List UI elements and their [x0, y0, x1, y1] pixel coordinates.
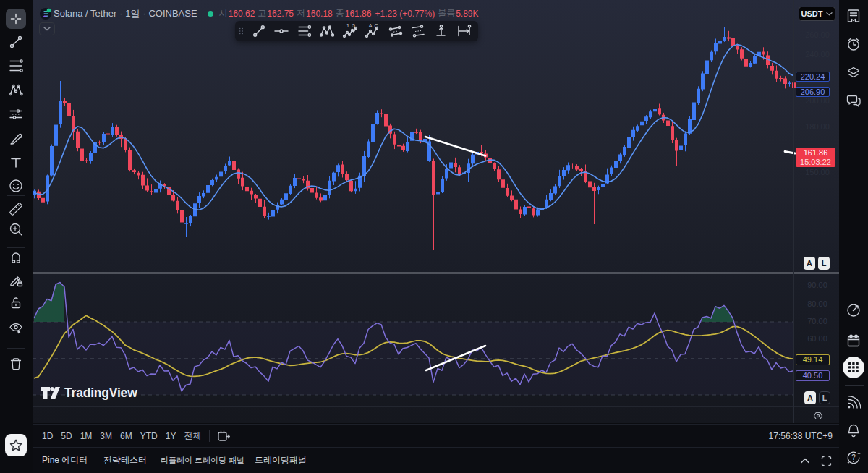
svg-text:A: A	[369, 23, 373, 28]
svg-text:1: 1	[346, 23, 349, 28]
svg-text:?: ?	[851, 453, 856, 461]
